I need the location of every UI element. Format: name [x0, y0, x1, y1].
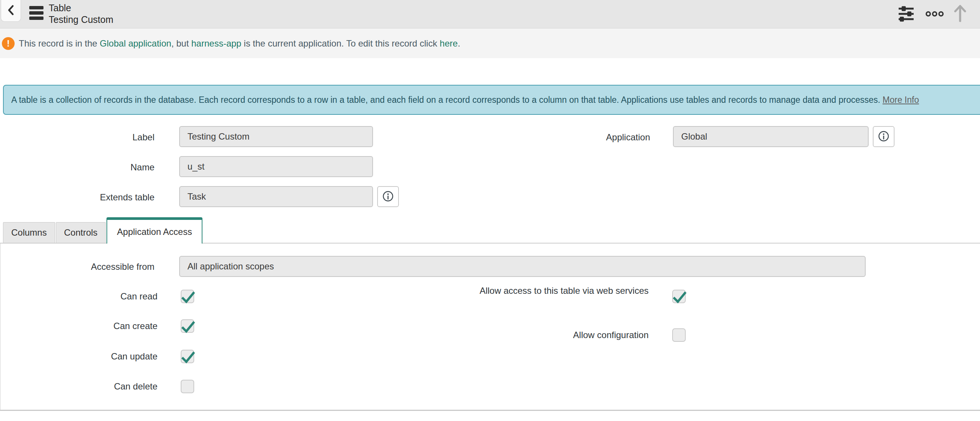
extends-table-input[interactable]: Task	[179, 186, 373, 207]
application-field-input[interactable]: Global	[673, 126, 869, 147]
menu-hamburger-icon[interactable]	[29, 6, 43, 22]
extends-table-label: Extends table	[0, 192, 154, 203]
global-application-link[interactable]: Global application	[100, 38, 171, 48]
scroll-to-top-button[interactable]	[951, 2, 969, 25]
banner-text: A table is a collection of records in th…	[11, 95, 880, 105]
can-create-checkbox[interactable]	[181, 319, 194, 333]
accessible-from-label: Accessible from	[0, 261, 154, 273]
allow-configuration-checkbox[interactable]	[672, 329, 686, 342]
allow-web-services-label: Allow access to this table via web servi…	[473, 284, 649, 298]
app-header: Table Testing Custom	[0, 0, 980, 29]
warning-text-mid2: is the current application. To edit this…	[242, 38, 440, 48]
arrow-up-icon	[953, 18, 967, 23]
can-delete-label: Can delete	[0, 381, 158, 392]
label-field-label: Label	[0, 132, 154, 143]
back-button[interactable]	[1, 0, 21, 22]
table-record-page: { "header": { "title": "Table", "subtitl…	[0, 0, 980, 421]
accessible-from-select[interactable]: All application scopes	[179, 256, 865, 277]
edit-here-link[interactable]: here	[440, 38, 458, 48]
tab-controls[interactable]: Controls	[56, 222, 106, 243]
label-field-input[interactable]: Testing Custom	[179, 126, 373, 147]
tab-columns[interactable]: Columns	[3, 222, 55, 243]
page-title-block: Table Testing Custom	[49, 2, 113, 26]
name-field-label: Name	[0, 162, 154, 173]
extends-table-info-button[interactable]	[377, 186, 399, 207]
scope-warning-bar: ! This record is in the Global applicati…	[0, 29, 980, 58]
can-delete-checkbox[interactable]	[181, 380, 194, 393]
can-create-label: Can create	[0, 321, 158, 332]
name-field-input[interactable]: u_st	[179, 156, 373, 177]
can-read-label: Can read	[0, 291, 158, 302]
table-info-banner: A table is a collection of records in th…	[3, 85, 980, 115]
record-tabs: Columns Controls Application Access	[3, 217, 202, 244]
ellipsis-icon	[925, 13, 944, 18]
sliders-icon	[898, 18, 915, 24]
current-application-link[interactable]: harness-app	[191, 38, 241, 48]
warning-icon: !	[2, 37, 14, 50]
chevron-left-icon	[7, 5, 15, 17]
personalize-form-button[interactable]	[897, 5, 916, 24]
warning-text-suffix: .	[458, 38, 460, 48]
allow-web-services-checkbox[interactable]	[672, 290, 686, 303]
more-options-button[interactable]	[924, 8, 945, 21]
warning-text-prefix: This record is in the	[19, 38, 100, 48]
can-update-checkbox[interactable]	[181, 350, 194, 363]
more-info-link[interactable]: More Info	[883, 95, 919, 105]
page-subtitle: Testing Custom	[49, 14, 113, 26]
info-circle-icon	[382, 190, 394, 203]
application-field-label: Application	[525, 132, 650, 143]
scope-warning-text: This record is in the Global application…	[19, 38, 460, 49]
tab-application-access[interactable]: Application Access	[107, 217, 202, 244]
page-title: Table	[49, 2, 113, 14]
application-info-button[interactable]	[873, 126, 894, 147]
warning-text-mid1: , but	[171, 38, 191, 48]
info-circle-icon	[878, 130, 890, 144]
can-update-label: Can update	[0, 351, 158, 362]
can-read-checkbox[interactable]	[181, 290, 194, 303]
allow-configuration-label: Allow configuration	[473, 329, 649, 341]
